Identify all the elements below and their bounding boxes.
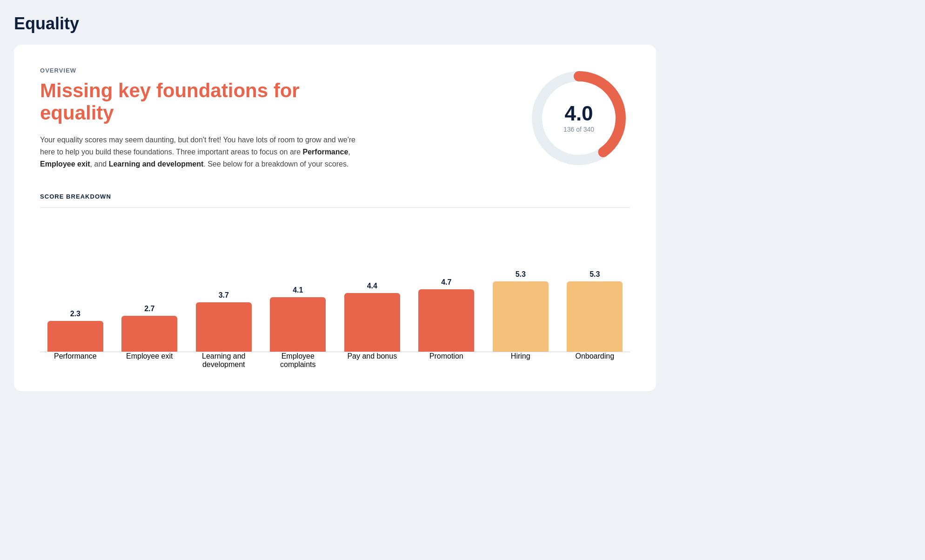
bar-value: 4.1 [293, 286, 303, 294]
bar-value: 2.7 [144, 305, 154, 313]
bar-value: 3.7 [219, 291, 229, 300]
bar-label: Performance [40, 352, 111, 369]
bar [344, 293, 400, 352]
bar [47, 321, 103, 352]
overview-heading: Missing key foundations for equality [40, 80, 356, 125]
bar-group: 4.1 [263, 286, 334, 352]
bar-group: 4.4 [337, 282, 408, 352]
overview-body: Your equality scores may seem daunting, … [40, 134, 356, 171]
bar [270, 297, 326, 352]
bar-value: 5.3 [516, 270, 526, 279]
bar-label: Employeecomplaints [263, 352, 334, 369]
score-breakdown-label: SCORE BREAKDOWN [40, 193, 630, 200]
page-title: Equality [14, 14, 911, 33]
bar [567, 281, 623, 352]
overview-section: OVERVIEW Missing key foundations for equ… [40, 67, 630, 171]
bar-label: Learning anddevelopment [188, 352, 259, 369]
bar-label: Employee exit [114, 352, 185, 369]
bar-group: 2.7 [114, 305, 185, 352]
donut-sub: 136 of 340 [563, 126, 594, 133]
bar-value: 5.3 [590, 270, 600, 279]
bar [196, 302, 252, 352]
bar-label: Hiring [485, 352, 556, 369]
main-card: OVERVIEW Missing key foundations for equ… [14, 45, 656, 391]
donut-center: 4.0 136 of 340 [563, 103, 594, 133]
bar-value: 4.4 [367, 282, 377, 290]
bar-group: 5.3 [560, 270, 630, 352]
labels-row: PerformanceEmployee exitLearning anddeve… [40, 352, 630, 369]
bar [418, 289, 474, 352]
bar-label: Promotion [411, 352, 482, 369]
overview-text: OVERVIEW Missing key foundations for equ… [40, 67, 356, 171]
donut-score: 4.0 [563, 103, 594, 124]
chart-area: 2.32.73.74.14.44.75.35.3 PerformanceEmpl… [40, 227, 630, 369]
bar-group: 4.7 [411, 278, 482, 352]
bar-group: 5.3 [485, 270, 556, 352]
bar-group: 3.7 [188, 291, 259, 352]
bar [121, 316, 177, 352]
donut-chart: 4.0 136 of 340 [528, 67, 630, 169]
bar-label: Onboarding [560, 352, 630, 369]
bar-group: 2.3 [40, 310, 111, 352]
bars-container: 2.32.73.74.14.44.75.35.3 [40, 240, 630, 352]
bar-label: Pay and bonus [337, 352, 408, 369]
overview-label: OVERVIEW [40, 67, 356, 74]
score-breakdown: SCORE BREAKDOWN 2.32.73.74.14.44.75.35.3… [40, 193, 630, 369]
bar [493, 281, 549, 352]
bar-value: 2.3 [70, 310, 80, 318]
bar-value: 4.7 [441, 278, 451, 287]
divider [40, 207, 630, 208]
